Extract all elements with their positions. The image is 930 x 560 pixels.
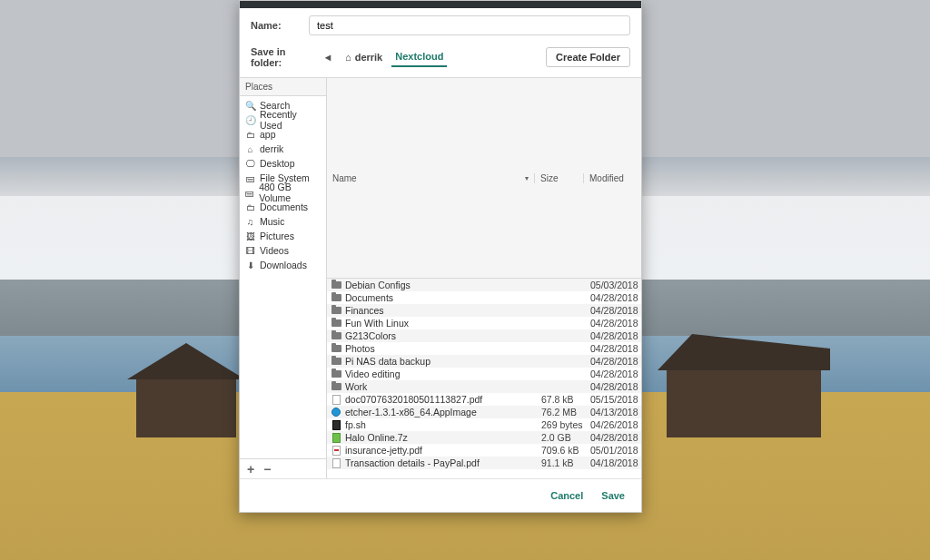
doc-file-icon <box>331 394 341 405</box>
place-item[interactable]: ⌂derrik <box>240 142 326 156</box>
filename-input[interactable] <box>309 15 630 35</box>
place-item[interactable]: 🎞Videos <box>240 243 326 258</box>
file-name: Finances <box>345 305 536 316</box>
column-name[interactable]: Name ▾ <box>332 173 534 183</box>
file-row[interactable]: Documents04/28/2018 <box>327 291 641 304</box>
zip-file-icon <box>331 432 341 443</box>
file-size: 76.2 MB <box>536 407 585 418</box>
breadcrumb: ◄ derrik Nextcloud <box>320 47 537 67</box>
file-name: etcher-1.3.1-x86_64.AppImage <box>345 407 536 418</box>
file-row[interactable]: Halo Online.7z2.0 GB04/28/2018 <box>327 431 641 444</box>
folder-icon <box>331 318 341 329</box>
breadcrumb-derrik[interactable]: derrik <box>341 48 386 66</box>
files-pane: Name ▾ Size Modified Debian Configs05/03… <box>327 78 641 478</box>
file-name: Debian Configs <box>345 280 536 290</box>
file-row[interactable]: Finances04/28/2018 <box>327 304 641 317</box>
folder-icon <box>331 280 341 290</box>
save-in-label: Save in folder: <box>251 46 311 68</box>
folder-icon <box>331 356 341 367</box>
place-item[interactable]: 🖼Pictures <box>240 229 326 243</box>
file-size: 709.6 kB <box>536 445 585 456</box>
place-label: Downloads <box>260 260 307 270</box>
column-name-label: Name <box>332 173 357 183</box>
file-size: 67.8 kB <box>536 394 585 405</box>
disk-icon: 🖴 <box>245 188 254 198</box>
file-name: Fun With Linux <box>345 318 536 329</box>
file-modified: 04/28/2018 <box>585 368 638 379</box>
file-modified: 04/18/2018 <box>585 457 638 468</box>
file-modified: 05/01/2018 <box>585 445 638 456</box>
files-list[interactable]: Debian Configs05/03/2018Documents04/28/2… <box>327 279 641 478</box>
breadcrumb-nextcloud[interactable]: Nextcloud <box>391 47 447 67</box>
pdf-file-icon <box>331 445 341 456</box>
place-item[interactable]: 🕘Recently Used <box>240 113 326 127</box>
place-item[interactable]: 🖵Desktop <box>240 156 326 171</box>
videos-icon: 🎞 <box>245 246 255 256</box>
breadcrumb-label: Nextcloud <box>395 51 443 62</box>
file-row[interactable]: fp.sh269 bytes04/26/2018 <box>327 418 641 431</box>
file-row[interactable]: doc07076320180501113827.pdf67.8 kB05/15/… <box>327 393 641 406</box>
home-icon: ⌂ <box>245 144 255 154</box>
add-place-button[interactable]: + <box>247 463 254 476</box>
places-header[interactable]: Places <box>240 78 326 96</box>
name-row: Name: <box>240 8 641 43</box>
place-item[interactable]: ⬇Downloads <box>240 258 326 272</box>
file-name: insurance-jetty.pdf <box>345 445 536 456</box>
file-row[interactable]: G213Colors04/28/2018 <box>327 329 641 342</box>
file-name: Transaction details - PayPal.pdf <box>345 457 536 468</box>
file-name: Halo Online.7z <box>345 432 536 443</box>
file-save-dialog: Name: Save in folder: ◄ derrik Nextcloud… <box>239 0 642 513</box>
folder-icon <box>331 292 341 303</box>
file-modified: 05/15/2018 <box>585 394 638 405</box>
file-modified: 04/28/2018 <box>585 292 638 303</box>
breadcrumb-back-button[interactable]: ◄ <box>320 49 336 65</box>
file-row[interactable]: Video editing04/28/2018 <box>327 368 641 380</box>
save-button[interactable]: Save <box>601 490 625 501</box>
sort-arrow-icon: ▾ <box>525 174 529 182</box>
desktop-icon: 🖵 <box>245 159 255 169</box>
music-icon: ♫ <box>245 217 255 227</box>
breadcrumb-label: derrik <box>355 52 383 63</box>
file-modified: 04/28/2018 <box>585 305 638 316</box>
cancel-button[interactable]: Cancel <box>550 490 583 501</box>
file-row[interactable]: Work04/28/2018 <box>327 380 641 393</box>
file-name: Photos <box>345 343 536 354</box>
place-item[interactable]: 🖴480 GB Volume <box>240 185 326 200</box>
file-row[interactable]: Pi NAS data backup04/28/2018 <box>327 355 641 368</box>
file-row[interactable]: Transaction details - PayPal.pdf91.1 kB0… <box>327 457 641 469</box>
place-label: Videos <box>260 245 289 256</box>
file-modified: 04/28/2018 <box>585 318 638 329</box>
doc-file-icon <box>331 457 341 468</box>
file-row[interactable]: Debian Configs05/03/2018 <box>327 279 641 291</box>
file-name: Work <box>345 381 536 392</box>
place-item[interactable]: ♫Music <box>240 214 326 229</box>
file-modified: 04/13/2018 <box>585 407 638 418</box>
folder-icon <box>331 381 341 392</box>
file-row[interactable]: Photos04/28/2018 <box>327 342 641 355</box>
file-name: Pi NAS data backup <box>345 356 536 367</box>
file-row[interactable]: etcher-1.3.1-x86_64.AppImage76.2 MB04/13… <box>327 406 641 418</box>
file-modified: 04/28/2018 <box>585 381 638 392</box>
place-item[interactable]: 🗀Documents <box>240 200 326 214</box>
column-size[interactable]: Size <box>534 173 583 183</box>
place-label: Desktop <box>260 158 295 169</box>
dialog-titlebar[interactable] <box>240 1 641 8</box>
file-name: Documents <box>345 292 536 303</box>
file-name: fp.sh <box>345 419 536 430</box>
file-modified: 04/28/2018 <box>585 330 638 341</box>
folder-icon: 🗀 <box>245 130 255 140</box>
place-item[interactable]: 🗀app <box>240 127 326 142</box>
file-size: 269 bytes <box>536 419 585 430</box>
file-size: 91.1 kB <box>536 457 585 468</box>
file-row[interactable]: insurance-jetty.pdf709.6 kB05/01/2018 <box>327 444 641 457</box>
file-row[interactable]: Fun With Linux04/28/2018 <box>327 317 641 329</box>
column-modified[interactable]: Modified <box>583 173 636 183</box>
files-column-header: Name ▾ Size Modified <box>327 78 641 279</box>
place-label: Pictures <box>260 231 294 241</box>
create-folder-button[interactable]: Create Folder <box>546 47 630 67</box>
home-icon <box>345 52 351 63</box>
folder-icon: 🗀 <box>245 202 255 212</box>
appimage-file-icon <box>331 407 341 418</box>
folder-icon <box>331 330 341 341</box>
remove-place-button[interactable]: − <box>263 463 271 476</box>
